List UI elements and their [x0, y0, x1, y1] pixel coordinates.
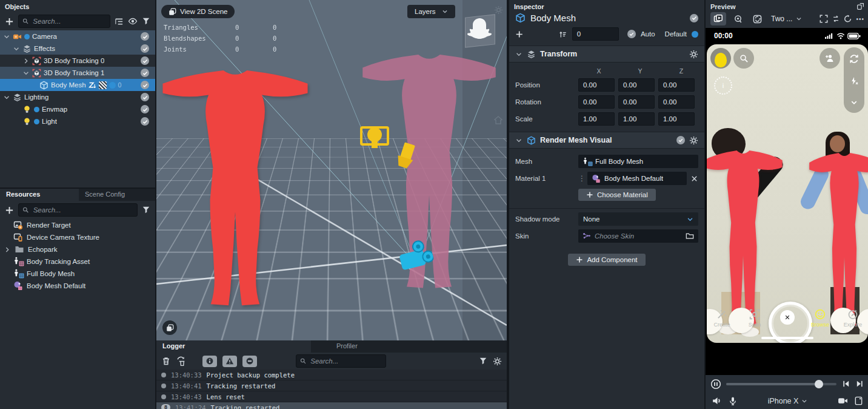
- reset-preview-icon[interactable]: [844, 15, 852, 23]
- log-row-selected[interactable]: 8 13:41:24 Tracking restarted: [156, 402, 507, 409]
- chevron-down-icon[interactable]: [850, 99, 858, 106]
- shadow-mode-select[interactable]: None: [578, 212, 698, 226]
- transform-settings-gear-icon[interactable]: [689, 50, 698, 59]
- scrubber-knob[interactable]: [815, 380, 823, 388]
- browse-folder-icon[interactable]: [686, 232, 694, 240]
- add-object-button[interactable]: [5, 17, 14, 26]
- filter-icon[interactable]: [479, 357, 487, 365]
- visibility-checkbox[interactable]: [141, 117, 149, 126]
- chevron-down-icon[interactable]: [13, 46, 20, 52]
- auto-checkbox[interactable]: [627, 30, 636, 38]
- tree-item-body-tracking-1[interactable]: 3D Body Tracking 1: [0, 67, 155, 79]
- speaker-icon[interactable]: [712, 396, 722, 406]
- add-component-plus-icon[interactable]: [515, 30, 523, 39]
- resources-search-input[interactable]: [32, 206, 133, 214]
- search-button[interactable]: [733, 48, 754, 69]
- more-options-button[interactable]: •••: [856, 16, 864, 22]
- scale-y-field[interactable]: 1.00: [618, 112, 655, 126]
- remove-material-icon[interactable]: [690, 175, 698, 183]
- visibility-checkbox[interactable]: [141, 105, 149, 113]
- chevron-down-icon[interactable]: [515, 51, 522, 58]
- lens-info-button[interactable]: i: [714, 76, 732, 95]
- position-x-field[interactable]: 0.00: [578, 78, 615, 92]
- clear-log-trash-icon[interactable]: [161, 356, 171, 366]
- rotation-z-field[interactable]: 0.00: [658, 95, 695, 109]
- chevron-right-icon[interactable]: [4, 246, 11, 253]
- render-mesh-visual-section-header[interactable]: Render Mesh Visual: [509, 132, 704, 149]
- visibility-checkbox[interactable]: [141, 44, 149, 53]
- visibility-checkbox[interactable]: [141, 81, 149, 89]
- mesh-field[interactable]: Full Body Mesh: [578, 155, 698, 168]
- rotation-x-field[interactable]: 0.00: [578, 95, 615, 109]
- preview-source-dropdown[interactable]: Two ...: [771, 15, 792, 23]
- chevron-down-icon[interactable]: [796, 16, 802, 22]
- chevron-down-icon[interactable]: [515, 137, 522, 144]
- layer-dot[interactable]: [109, 82, 116, 89]
- objects-search[interactable]: [18, 15, 110, 28]
- z-sort-icon[interactable]: [88, 81, 96, 89]
- tab-logger[interactable]: Logger: [156, 340, 311, 353]
- tree-item-effects[interactable]: Effects: [0, 42, 155, 55]
- record-video-icon[interactable]: [838, 396, 848, 406]
- pause-button[interactable]: [710, 379, 721, 390]
- microphone-icon[interactable]: [728, 396, 738, 406]
- nav-scan[interactable]: Scan: [740, 309, 769, 328]
- tab-resources[interactable]: Resources: [0, 189, 79, 201]
- visibility-eye-icon[interactable]: [128, 16, 138, 26]
- clear-on-restart-icon[interactable]: [176, 356, 187, 367]
- filter-icon[interactable]: [142, 17, 150, 25]
- bitmoji-avatar[interactable]: [710, 48, 731, 69]
- skin-field[interactable]: Choose Skin: [578, 229, 698, 243]
- body-mesh-red[interactable]: [161, 68, 309, 320]
- component-enabled-checkbox[interactable]: [676, 136, 685, 144]
- tree-item-envmap[interactable]: Envmap: [0, 103, 155, 115]
- logger-search-input[interactable]: [309, 357, 382, 365]
- visibility-checkbox[interactable]: [141, 32, 149, 41]
- filter-info-button[interactable]: [202, 356, 217, 367]
- add-friend-button[interactable]: [820, 48, 840, 69]
- step-forward-button[interactable]: [855, 379, 864, 388]
- scale-x-field[interactable]: 1.00: [578, 112, 615, 126]
- chevron-down-icon[interactable]: [3, 94, 10, 101]
- visibility-checkbox[interactable]: [141, 69, 149, 77]
- resource-full-body-mesh[interactable]: Full Body Mesh: [0, 268, 155, 280]
- playback-scrubber[interactable]: [726, 383, 836, 385]
- visibility-checkbox[interactable]: [141, 56, 149, 65]
- pair-device-button[interactable]: [749, 12, 765, 25]
- logger-search[interactable]: [296, 354, 386, 368]
- position-z-field[interactable]: 0.00: [658, 78, 695, 92]
- dismiss-lens-button[interactable]: [773, 309, 802, 325]
- viewport-2d-toggle[interactable]: [162, 320, 177, 335]
- choose-material-button[interactable]: Choose Material: [578, 189, 656, 201]
- undock-panel-icon[interactable]: [856, 2, 864, 10]
- tab-scene-config[interactable]: Scene Config: [79, 189, 131, 201]
- tree-item-body-tracking-0[interactable]: 3D Body Tracking 0: [0, 55, 155, 67]
- step-back-button[interactable]: [841, 379, 850, 388]
- tree-item-camera[interactable]: Camera: [0, 30, 155, 42]
- resource-echopark-folder[interactable]: Echopark: [0, 243, 155, 255]
- layers-dropdown[interactable]: Layers: [407, 5, 455, 18]
- drag-handle-icon[interactable]: ⋮: [578, 174, 586, 183]
- light-gizmo-1[interactable]: [360, 124, 389, 149]
- home-view-icon[interactable]: [493, 115, 503, 125]
- scene-viewport[interactable]: View 2D Scene Triangles00 Blendshapes00 …: [156, 0, 507, 340]
- logger-settings-gear-icon[interactable]: [493, 357, 502, 366]
- filter-warning-button[interactable]: [222, 356, 237, 367]
- tree-view-icon[interactable]: [115, 17, 124, 26]
- filter-icon[interactable]: [142, 206, 150, 214]
- viewport-settings-gear-icon[interactable]: [494, 5, 503, 15]
- flip-camera-icon[interactable]: [849, 54, 859, 64]
- add-resource-button[interactable]: [5, 206, 14, 215]
- tree-item-light[interactable]: Light: [0, 115, 155, 127]
- tree-item-body-mesh[interactable]: Body Mesh 0: [0, 79, 155, 91]
- tab-profiler[interactable]: Profiler: [311, 340, 364, 353]
- resource-body-tracking-asset[interactable]: Body Tracking Asset: [0, 255, 155, 268]
- component-settings-gear-icon[interactable]: [689, 136, 698, 145]
- visibility-checkbox[interactable]: [141, 93, 149, 101]
- chevron-right-icon[interactable]: [22, 58, 30, 64]
- chevron-down-icon[interactable]: [3, 33, 10, 40]
- device-selector-dropdown[interactable]: iPhone X: [768, 397, 808, 405]
- nav-create[interactable]: Create: [707, 309, 736, 328]
- webcam-mode-button[interactable]: [730, 12, 746, 25]
- transform-section-header[interactable]: Transform: [509, 46, 704, 63]
